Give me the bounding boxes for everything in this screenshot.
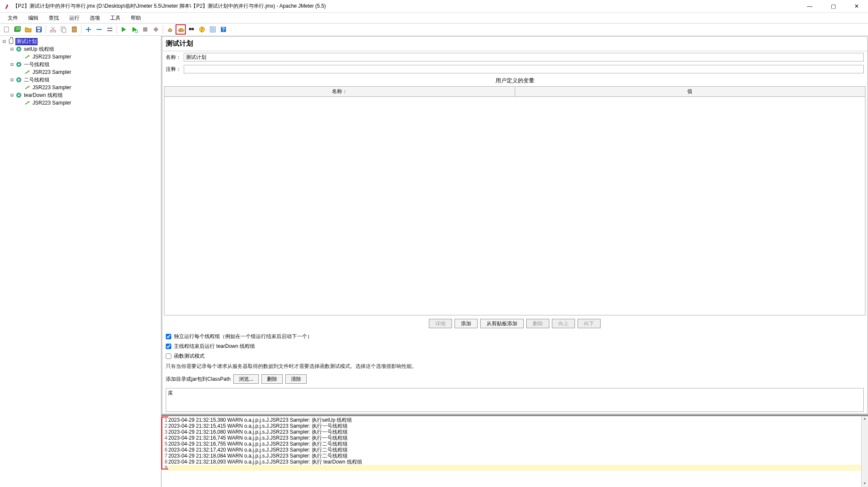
collapse-icon[interactable] — [94, 24, 104, 35]
log-body[interactable]: 2023-04-29 21:32:15,380 WARN o.a.j.p.j.s… — [168, 416, 861, 487]
svg-point-20 — [189, 28, 191, 30]
maximize-button[interactable]: ▢ — [824, 0, 843, 12]
log-line: 2023-04-29 21:32:16,755 WARN o.a.j.p.j.s… — [168, 441, 861, 447]
minimize-button[interactable]: — — [800, 0, 819, 12]
clear-all-icon[interactable] — [176, 24, 186, 35]
log-line: 2023-04-29 21:32:15,415 WARN o.a.j.p.j.s… — [168, 423, 861, 429]
copy-icon[interactable] — [59, 24, 69, 35]
log-line: 2023-04-29 21:32:15,380 WARN o.a.j.p.j.s… — [168, 417, 861, 423]
report-icon[interactable] — [208, 24, 218, 35]
svg-point-21 — [191, 28, 194, 30]
chk-functional[interactable] — [166, 353, 171, 359]
menu-options[interactable]: 选项 — [85, 14, 105, 23]
window-title: 【P2】测试计划中的并行与串行.jmx (D:\Desktop\临时\Jmete… — [13, 3, 800, 10]
help-icon[interactable]: ? — [218, 24, 229, 35]
expand-icon[interactable] — [83, 24, 94, 35]
thread-group-label[interactable]: setUp 线程组 — [23, 46, 55, 53]
library-placeholder: 库 — [168, 390, 173, 396]
gear-icon — [15, 61, 22, 68]
cut-icon[interactable] — [48, 24, 58, 35]
log-line: 2023-04-29 21:32:16,080 WARN o.a.j.p.j.s… — [168, 429, 861, 435]
svg-point-6 — [50, 30, 53, 32]
scroll-down-icon[interactable]: ▾ — [862, 481, 868, 487]
sampler-label[interactable]: JSR223 Sampler — [32, 54, 72, 60]
menu-help[interactable]: 帮助 — [126, 14, 146, 23]
name-input[interactable] — [184, 53, 864, 61]
chk-teardown-label: 主线程结束后运行 tearDown 线程组 — [174, 343, 255, 350]
paste-icon[interactable] — [69, 24, 79, 35]
menu-file[interactable]: 文件 — [3, 14, 23, 23]
vars-table[interactable]: 名称： 值 — [164, 86, 865, 315]
toggle-icon[interactable] — [105, 24, 115, 35]
app-icon — [4, 3, 10, 9]
svg-rect-4 — [37, 27, 41, 29]
function-helper-icon[interactable]: ƒ — [197, 24, 207, 35]
sampler-label[interactable]: JSR223 Sampler — [32, 85, 72, 90]
menu-search[interactable]: 查找 — [44, 14, 64, 23]
sampler-icon — [24, 84, 31, 91]
svg-rect-17 — [135, 30, 138, 32]
menu-edit[interactable]: 编辑 — [23, 14, 44, 23]
name-label: 名称： — [166, 54, 181, 61]
tree-toggle[interactable]: ⊟ — [9, 61, 15, 67]
shutdown-icon[interactable] — [151, 24, 161, 35]
sampler-label[interactable]: JSR223 Sampler — [32, 69, 72, 75]
library-list[interactable]: 库 — [166, 388, 864, 412]
tree-toggle[interactable]: ⊟ — [9, 46, 15, 52]
start-no-timers-icon[interactable] — [129, 24, 140, 35]
col-name[interactable]: 名称： — [164, 87, 515, 96]
chk-teardown[interactable] — [166, 344, 171, 349]
titlebar: 【P2】测试计划中的并行与串行.jmx (D:\Desktop\临时\Jmete… — [0, 0, 868, 13]
test-plan-tree[interactable]: ⊟ 测试计划 ⊟setUp 线程组JSR223 Sampler⊟一号线程组JSR… — [0, 36, 161, 487]
down-button: 向下 — [578, 319, 601, 328]
log-scrollbar[interactable]: ▴ ▾ — [861, 416, 868, 487]
save-icon[interactable] — [34, 24, 44, 35]
chk-independent[interactable] — [166, 334, 171, 339]
start-icon[interactable] — [119, 24, 129, 35]
log-panel: 123456789 2023-04-29 21:32:15,380 WARN o… — [161, 414, 868, 487]
svg-point-7 — [54, 30, 56, 32]
functional-note: 只有当你需要记录每个请求从服务器取得的数据到文件时才需要选择函数测试模式。选择这… — [162, 361, 867, 372]
search-icon[interactable] — [186, 24, 196, 35]
clear-icon[interactable] — [165, 24, 175, 35]
log-line: 2023-04-29 21:32:16,745 WARN o.a.j.p.j.s… — [168, 435, 861, 441]
thread-group-label[interactable]: 二号线程组 — [23, 76, 50, 84]
tree-root-label[interactable]: 测试计划 — [15, 38, 38, 45]
svg-rect-15 — [107, 28, 112, 29]
svg-rect-16 — [107, 30, 112, 31]
svg-rect-0 — [4, 27, 9, 32]
chk-independent-label: 独立运行每个线程组（例如在一个组运行结束后启动下一个） — [174, 333, 312, 340]
classpath-label: 添加目录或jar包到ClassPath — [166, 376, 231, 383]
svg-text:?: ? — [222, 26, 225, 32]
col-value[interactable]: 值 — [515, 87, 865, 96]
toolbar: ƒ ? — [0, 23, 868, 36]
comment-input[interactable] — [184, 65, 864, 73]
tree-toggle[interactable]: ⊟ — [9, 77, 15, 83]
tree-toggle[interactable]: ⊟ — [9, 92, 15, 98]
gear-icon — [15, 92, 22, 99]
sampler-icon — [24, 53, 31, 60]
cp-clear-button[interactable]: 清除 — [285, 374, 307, 384]
thread-group-label[interactable]: 一号线程组 — [23, 61, 50, 68]
scroll-up-icon[interactable]: ▴ — [862, 416, 868, 422]
svg-text:ƒ: ƒ — [201, 26, 204, 32]
new-icon[interactable] — [2, 24, 12, 35]
stop-icon[interactable] — [140, 24, 150, 35]
menu-run[interactable]: 运行 — [64, 14, 85, 23]
chk-functional-label: 函数测试模式 — [174, 353, 205, 360]
delete-button: 删除 — [526, 319, 549, 328]
tree-toggle[interactable]: ⊟ — [2, 38, 7, 44]
thread-group-label[interactable]: tearDown 线程组 — [23, 92, 64, 99]
editor-heading: 测试计划 — [162, 37, 867, 51]
close-button[interactable]: ✕ — [847, 0, 866, 12]
add-button[interactable]: 添加 — [455, 319, 478, 328]
cp-delete-button[interactable]: 删除 — [261, 374, 283, 384]
sampler-label[interactable]: JSR223 Sampler — [32, 100, 72, 106]
menu-tools[interactable]: 工具 — [105, 14, 126, 23]
open-icon[interactable] — [23, 24, 33, 35]
browse-button[interactable]: 浏览... — [233, 374, 259, 384]
sampler-icon — [24, 69, 31, 76]
paste-button[interactable]: 从剪贴板添加 — [480, 319, 524, 328]
gear-icon — [15, 76, 22, 83]
templates-icon[interactable] — [12, 24, 23, 35]
